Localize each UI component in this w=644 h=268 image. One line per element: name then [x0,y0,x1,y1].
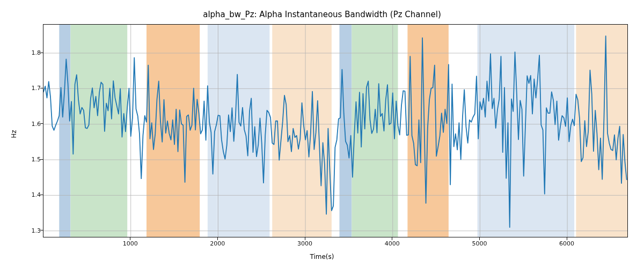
x-tick-label: 1000 [123,240,138,247]
band [70,25,127,237]
band [272,25,332,237]
y-axis-label: Hz [10,0,18,268]
plot-svg [43,25,628,237]
x-tick-label: 6000 [559,240,574,247]
y-tick-label: 1.5 [26,156,41,163]
y-tick-label: 1.7 [26,85,41,92]
band [59,25,70,237]
y-tick-label: 1.4 [26,191,41,198]
band [352,25,398,237]
x-axis-label: Time(s) [0,253,644,260]
band [407,25,448,237]
y-tick-label: 1.6 [26,120,41,127]
band [340,25,352,237]
band [216,25,269,237]
y-tick-label: 1.3 [26,227,41,234]
x-tick-label: 5000 [472,240,487,247]
x-tick-label: 3000 [297,240,312,247]
y-tick-label: 1.8 [26,49,41,56]
x-tick-label: 2000 [210,240,225,247]
plot-area [43,24,628,237]
x-tick-label: 4000 [385,240,400,247]
figure: alpha_bw_Pz: Alpha Instantaneous Bandwid… [0,0,644,268]
chart-title: alpha_bw_Pz: Alpha Instantaneous Bandwid… [0,10,644,19]
